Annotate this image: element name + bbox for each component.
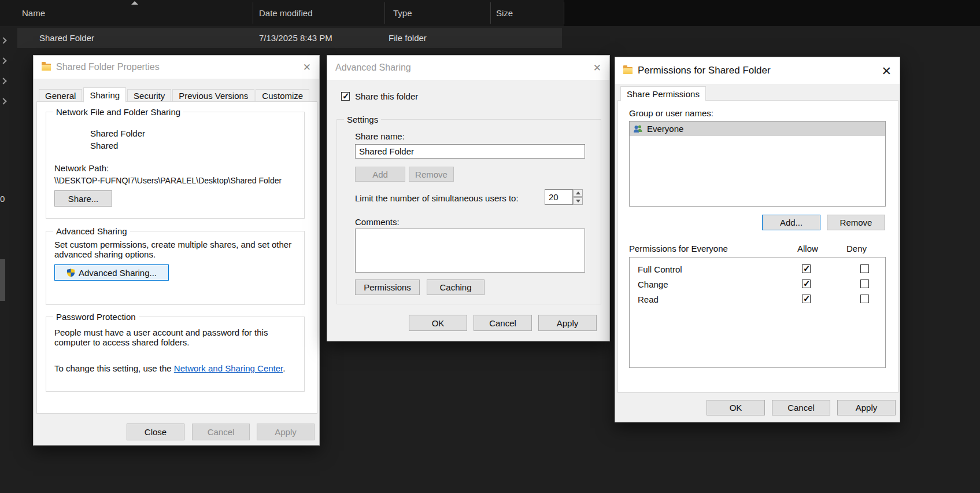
tab-security[interactable]: Security — [127, 89, 171, 102]
scrollbar-thumb[interactable] — [0, 259, 5, 301]
network-path-label: Network Path: — [54, 163, 109, 173]
advanced-sharing-button-label: Advanced Sharing... — [79, 268, 157, 278]
left-chevron-icon[interactable] — [0, 78, 6, 84]
column-divider[interactable] — [564, 2, 564, 24]
permission-name: Read — [638, 295, 659, 304]
advanced-sharing-group: Advanced Sharing Set custom permissions,… — [46, 231, 305, 305]
explorer-header-dark — [564, 0, 980, 26]
tab-customize[interactable]: Customize — [256, 89, 309, 102]
group-title: Network File and Folder Sharing — [53, 107, 183, 117]
column-divider[interactable] — [253, 2, 253, 24]
allow-checkbox-change[interactable] — [802, 279, 811, 288]
uac-shield-icon — [66, 268, 75, 277]
share-this-folder-label: Share this folder — [355, 91, 418, 101]
comments-textarea[interactable] — [355, 229, 585, 273]
network-sharing-center-link[interactable]: Network and Sharing Center — [174, 363, 283, 373]
limit-users-spinner — [573, 189, 583, 205]
allow-checkbox-full-control[interactable] — [802, 264, 811, 273]
apply-button[interactable]: Apply — [538, 315, 597, 331]
tab-general[interactable]: General — [39, 89, 82, 102]
permission-name: Change — [638, 279, 668, 289]
row-index-label: 0 — [0, 194, 5, 204]
share-this-folder-checkbox[interactable] — [341, 92, 350, 101]
password-protection-description: People must have a user account and pass… — [54, 328, 275, 347]
spinner-down-button[interactable] — [573, 197, 583, 205]
close-button[interactable]: Close — [127, 424, 184, 440]
change-setting-text: To change this setting, use the Network … — [54, 363, 297, 373]
change-setting-prefix: To change this setting, use the — [54, 363, 174, 373]
cancel-button[interactable]: Cancel — [772, 400, 830, 415]
permissions-tabs: Share Permissions — [620, 86, 707, 101]
left-chevron-icon[interactable] — [0, 98, 6, 104]
left-chevron-icon[interactable] — [0, 57, 6, 64]
shared-state: Shared — [90, 141, 118, 150]
settings-group: Settings Share name: Add Remove Limit th… — [336, 119, 601, 304]
properties-tabs: General Sharing Security Previous Versio… — [39, 87, 310, 102]
deny-checkbox-full-control[interactable] — [860, 264, 869, 273]
close-icon[interactable] — [881, 65, 892, 77]
cancel-button[interactable]: Cancel — [474, 315, 532, 331]
advanced-sharing-button[interactable]: Advanced Sharing... — [54, 264, 169, 281]
remove-user-button[interactable]: Remove — [827, 215, 885, 230]
permission-row-full-control[interactable]: Full Control — [630, 262, 885, 277]
allow-column-header: Allow — [797, 244, 818, 253]
column-header-size[interactable]: Size — [496, 8, 513, 18]
dialog-title: Advanced Sharing — [335, 62, 411, 73]
folder-icon — [42, 64, 51, 71]
apply-button[interactable]: Apply — [837, 400, 896, 415]
folder-icon — [623, 67, 633, 74]
desktop: Name Date modified Type Size Shared Fold… — [0, 0, 980, 493]
column-header-name[interactable]: Name — [22, 8, 45, 18]
permission-row-change[interactable]: Change — [630, 277, 885, 292]
ok-button[interactable]: OK — [707, 400, 765, 415]
left-chevron-icon[interactable] — [0, 37, 6, 43]
permissions-list: Full Control Change Read — [629, 257, 886, 368]
permission-row-read[interactable]: Read — [630, 292, 885, 307]
spinner-up-button[interactable] — [573, 189, 583, 197]
deny-column-header: Deny — [846, 244, 867, 253]
close-icon[interactable] — [593, 63, 601, 73]
share-button[interactable]: Share... — [54, 190, 112, 207]
file-row-shared-folder[interactable]: Shared Folder 7/13/2025 8:43 PM File fol… — [17, 28, 562, 48]
column-divider[interactable] — [490, 2, 491, 24]
group-title: Password Protection — [53, 312, 139, 322]
tab-share-permissions[interactable]: Share Permissions — [620, 86, 706, 101]
column-divider[interactable] — [384, 2, 385, 24]
allow-checkbox-read[interactable] — [802, 295, 811, 303]
list-item-everyone[interactable]: Everyone — [630, 122, 885, 136]
sort-ascending-icon[interactable] — [131, 1, 138, 5]
file-date-modified: 7/13/2025 8:43 PM — [259, 33, 332, 43]
limit-users-value[interactable]: 20 — [545, 189, 573, 205]
share-name-input[interactable] — [355, 144, 585, 159]
down-arrow-icon — [576, 200, 580, 203]
shared-folder-name: Shared Folder — [90, 128, 145, 138]
permissions-button[interactable]: Permissions — [355, 279, 420, 295]
permission-name: Full Control — [638, 264, 682, 274]
caching-button[interactable]: Caching — [427, 279, 485, 295]
share-this-folder-row: Share this folder — [341, 91, 418, 101]
ok-button[interactable]: OK — [409, 315, 467, 331]
column-header-type[interactable]: Type — [393, 8, 412, 18]
remove-share-button: Remove — [409, 167, 454, 182]
comments-label: Comments: — [355, 217, 400, 227]
group-name: Everyone — [647, 124, 683, 134]
properties-titlebar: Shared Folder Properties — [34, 56, 319, 79]
column-header-date-modified[interactable]: Date modified — [259, 8, 313, 18]
deny-checkbox-change[interactable] — [860, 279, 869, 288]
group-user-names-list: Everyone — [629, 121, 886, 207]
close-icon[interactable] — [303, 62, 311, 72]
group-title: Advanced Sharing — [53, 226, 130, 236]
group-title: Settings — [344, 115, 381, 124]
deny-checkbox-read[interactable] — [860, 295, 869, 303]
apply-button: Apply — [257, 424, 315, 440]
properties-dialog: Shared Folder Properties General Sharing… — [33, 55, 320, 446]
tab-previous-versions[interactable]: Previous Versions — [172, 89, 254, 102]
network-sharing-group: Network File and Folder Sharing Shared F… — [46, 112, 305, 219]
add-user-button[interactable]: Add... — [762, 215, 820, 230]
password-protection-group: Password Protection People must have a u… — [46, 317, 305, 392]
change-setting-suffix: . — [283, 363, 285, 373]
permissions-dialog: Permissions for Shared Folder Share Perm… — [615, 57, 900, 422]
tab-sharing[interactable]: Sharing — [83, 87, 126, 102]
users-group-icon — [633, 124, 643, 133]
up-arrow-icon — [576, 192, 580, 194]
